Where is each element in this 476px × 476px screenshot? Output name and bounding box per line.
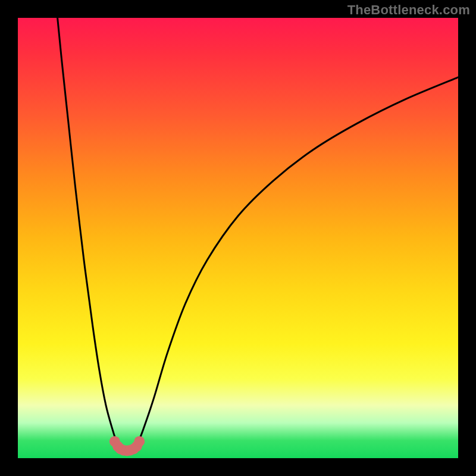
plot-area: [18, 18, 458, 458]
watermark-text: TheBottleneck.com: [347, 2, 470, 18]
left-branch-curve: [58, 18, 121, 448]
chart-frame: TheBottleneck.com: [0, 0, 476, 476]
curve-layer: [18, 18, 458, 458]
valley-marker-dot: [134, 436, 145, 447]
right-branch-curve: [134, 77, 458, 448]
